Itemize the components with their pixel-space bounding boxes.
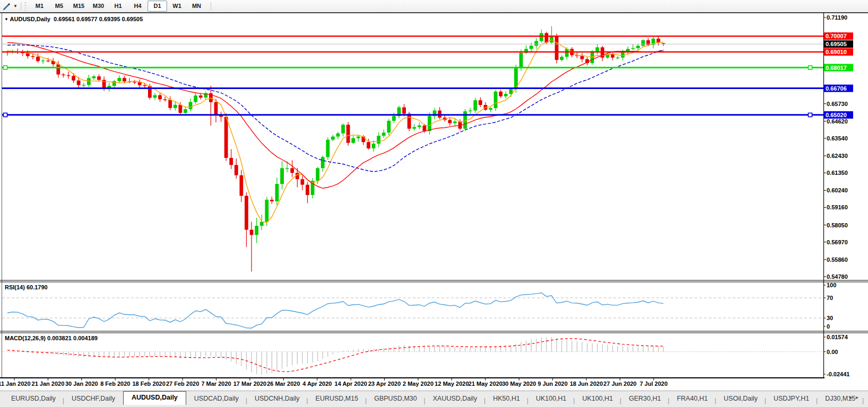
timeframe-button-m15[interactable]: M15 (69, 1, 89, 12)
chart-background (0, 12, 868, 391)
timeframe-button-m1[interactable]: M1 (30, 1, 49, 12)
mt4-window: ▼ M1M5M15M30H1H4D1W1MN 0.711900.701100.6… (0, 0, 868, 407)
macd-axis-label: -0.02441 (827, 371, 849, 377)
candle-body (616, 58, 620, 58)
toolbar-grip[interactable] (24, 2, 27, 11)
tool-dropdown-arrow-icon[interactable]: ▼ (12, 4, 19, 8)
candle-body (367, 142, 370, 148)
candle-body (412, 127, 416, 129)
macd-axis-label: 0.00 (827, 349, 838, 355)
chart-tab-eurusd-m15[interactable]: EURUSD,M15| (308, 393, 367, 405)
price-axis-tick-label: 0.65730 (827, 101, 848, 107)
chart-tab-usdchf-daily[interactable]: USDCHF,Daily (64, 393, 123, 405)
timeframe-button-d1[interactable]: D1 (147, 1, 167, 12)
candle-body (46, 60, 50, 61)
chart-ohlc-title: ▼ AUDUSD,Daily 0.69561 0.69577 0.69395 0… (4, 16, 143, 22)
candle-body (184, 109, 187, 113)
time-axis-label: 2 May 2020 (403, 381, 433, 387)
candle-body (255, 226, 258, 235)
chart-tab-uk100-h1[interactable]: UK100,H1| (575, 393, 621, 405)
time-axis-label: 21 Jan 2020 (32, 381, 65, 387)
candle-body (194, 95, 197, 102)
crosshair-tool-icon[interactable] (2, 2, 12, 11)
tab-scroll-left-icon[interactable]: ◂ (849, 394, 856, 400)
line-handle[interactable] (809, 113, 812, 117)
timeframe-button-w1[interactable]: W1 (167, 1, 187, 12)
chart-tab-uk100-h1[interactable]: UK100,H1| (528, 393, 575, 405)
candle-body (341, 125, 345, 133)
candle-body (173, 105, 177, 108)
chart-tab-gbpusd-m30[interactable]: GBPUSD,M30| (366, 393, 425, 405)
time-axis-label: 4 Apr 2020 (302, 381, 332, 387)
candle-body (407, 113, 411, 128)
candle-body (468, 111, 472, 111)
timeframe-button-m5[interactable]: M5 (49, 1, 69, 12)
time-axis-label: 17 Mar 2020 (233, 381, 266, 387)
candle-body (260, 222, 264, 226)
candle-body (641, 40, 645, 46)
rsi-axis-label: 30 (827, 315, 833, 321)
time-axis-label: 23 Apr 2020 (368, 381, 401, 387)
candle-body (245, 196, 248, 229)
candle-body (336, 134, 340, 137)
ohlc-values: 0.69561 0.69577 0.69395 0.69505 (54, 16, 143, 22)
candle-body (489, 108, 492, 110)
candle-body (499, 92, 502, 96)
price-axis-tick-label: 0.58050 (827, 222, 848, 228)
time-axis-label: 27 Jun 2020 (603, 381, 636, 387)
tab-scroll-right-icon[interactable]: ▸ (856, 394, 863, 400)
chart-tab-audusd-daily[interactable]: AUDUSD,Daily (123, 391, 186, 405)
line-handle[interactable] (4, 113, 7, 117)
timeframe-button-m30[interactable]: M30 (89, 1, 108, 12)
toolbar-separator (211, 2, 211, 11)
timeframe-button-mn[interactable]: MN (187, 1, 206, 12)
chart-tab-xauusd-daily[interactable]: XAUUSD,Daily| (425, 393, 485, 405)
candle-body (87, 78, 91, 85)
chart-tab-eurusd-daily[interactable]: EURUSD,Daily| (3, 393, 64, 405)
candle-body (62, 75, 65, 75)
line-handle[interactable] (809, 66, 812, 69)
price-axis-tick-label: 0.54780 (827, 273, 848, 280)
line-handle[interactable] (4, 66, 7, 69)
collapse-caret-icon[interactable]: ▼ (4, 17, 8, 22)
candle-body (250, 230, 254, 235)
chart-tab-usoil-daily[interactable]: USOil,Daily| (716, 393, 766, 405)
candle-body (357, 137, 360, 138)
chart-tab-fra40-h1[interactable]: FRA40,H1| (669, 393, 716, 405)
price-chart-canvas[interactable]: 0.711900.701100.690300.679200.668100.657… (0, 12, 868, 391)
time-axis-label: 30 May 2020 (502, 381, 536, 387)
timeframe-button-h1[interactable]: H1 (108, 1, 128, 12)
candle-body (301, 179, 305, 184)
candle-body (448, 120, 452, 123)
chart-tab-usdcnh-daily[interactable]: USDCNH,Daily| (247, 393, 308, 405)
chart-tab-ger30-h1[interactable]: GER30,H1| (621, 393, 669, 405)
chart-tab-usdjpy-h1[interactable]: USDJPY,H1| (766, 393, 817, 405)
candle-body (428, 116, 431, 131)
price-axis-tick-label: 0.61350 (827, 170, 848, 176)
candle-body (31, 56, 35, 57)
candle-body (392, 116, 396, 121)
candle-body (540, 33, 543, 41)
candle-body (555, 36, 559, 60)
candle-body (372, 144, 376, 148)
chart-tab-hk50-h1[interactable]: HK50,H1| (485, 393, 528, 405)
candle-body (82, 85, 85, 85)
candle-body (67, 75, 71, 76)
candle-body (351, 138, 355, 143)
price-axis-tick-label: 0.60240 (827, 187, 848, 193)
chart-window: 0.711900.701100.690300.679200.668100.657… (0, 12, 868, 390)
candle-body (168, 100, 172, 108)
rsi-axis-label: 70 (827, 295, 833, 301)
candle-body (438, 111, 441, 118)
toolbar-separator (21, 2, 21, 11)
macd-axis-label: 0.01574 (827, 334, 848, 340)
current-price-badge-label: 0.69505 (826, 41, 847, 47)
candle-body (240, 175, 244, 196)
candle-body (26, 53, 30, 56)
hline-0.70007-badge-label: 0.70007 (826, 33, 847, 39)
chart-tab-usdcad-daily[interactable]: USDCAD,Daily| (186, 393, 247, 405)
candle-body (530, 46, 533, 49)
candle-body (494, 92, 498, 108)
timeframe-button-h4[interactable]: H4 (128, 1, 147, 12)
candle-body (36, 57, 40, 61)
